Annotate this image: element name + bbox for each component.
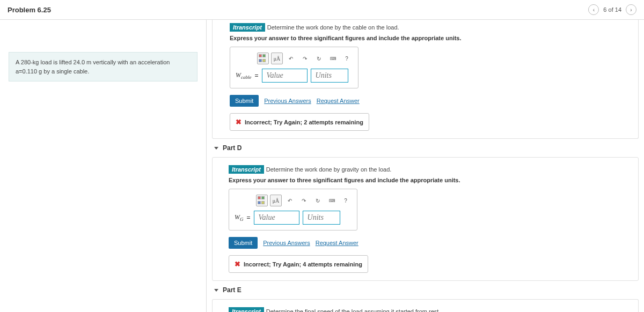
- units-symbol-button[interactable]: μÅ: [270, 195, 282, 206]
- right-column: Itranscript Determine the work done by t…: [207, 20, 644, 312]
- nav-group: ‹ 6 of 14 ›: [588, 4, 636, 15]
- part-d-variable: WG: [235, 213, 244, 222]
- part-d-instruction: Express your answer to three significant…: [229, 177, 638, 183]
- part-c-block: Itranscript Determine the work done by t…: [212, 20, 639, 139]
- transcript-badge[interactable]: Itranscript: [229, 307, 264, 312]
- part-e-question: Determine the final speed of the load as…: [266, 308, 441, 312]
- incorrect-icon: ✖: [236, 118, 241, 126]
- part-c-instruction: Express your answer to three significant…: [230, 35, 638, 41]
- chevron-down-icon: [214, 147, 218, 150]
- part-e-header[interactable]: Part E: [214, 286, 639, 294]
- part-d-feedback: ✖ Incorrect; Try Again; 4 attempts remai…: [229, 255, 368, 273]
- part-d-header[interactable]: Part D: [214, 144, 639, 152]
- part-c-request-answer-link[interactable]: Request Answer: [317, 98, 360, 104]
- help-icon[interactable]: ?: [341, 53, 353, 64]
- part-c-question: Determine the work done by the cable on …: [267, 24, 399, 31]
- part-d-feedback-text: Incorrect; Try Again; 4 attempts remaini…: [244, 261, 362, 268]
- templates-icon[interactable]: [257, 53, 269, 64]
- keyboard-icon[interactable]: ⌨: [327, 53, 339, 64]
- prev-problem-button[interactable]: ‹: [588, 4, 599, 15]
- part-d-question: Determine the work done by gravity on th…: [266, 166, 392, 173]
- part-d-title: Part D: [223, 144, 241, 152]
- part-c-submit-button[interactable]: Submit: [230, 95, 259, 107]
- problem-title: Problem 6.25: [8, 6, 51, 14]
- part-d-block: Itranscript Determine the work done by g…: [212, 157, 639, 281]
- part-c-previous-answers-link[interactable]: Previous Answers: [264, 98, 311, 104]
- part-c-answer-box: μÅ ↶ ↷ ↻ ⌨ ? Wcable =: [230, 47, 358, 88]
- part-d-toolbar: μÅ ↶ ↷ ↻ ⌨ ?: [235, 195, 352, 206]
- part-d-request-answer-link[interactable]: Request Answer: [316, 240, 358, 246]
- undo-icon[interactable]: ↶: [285, 53, 297, 64]
- top-bar: Problem 6.25 ‹ 6 of 14 ›: [0, 0, 644, 20]
- redo-icon[interactable]: ↷: [299, 53, 311, 64]
- redo-icon[interactable]: ↷: [298, 195, 310, 206]
- part-c-variable: Wcable: [236, 71, 252, 80]
- part-c-feedback: ✖ Incorrect; Try Again; 2 attempts remai…: [230, 113, 369, 131]
- problem-statement: A 280-kg load is lifted 24.0 m verticall…: [9, 52, 197, 81]
- part-d-submit-button[interactable]: Submit: [229, 237, 258, 249]
- part-c-value-input[interactable]: [262, 69, 308, 83]
- transcript-badge[interactable]: Itranscript: [229, 165, 264, 174]
- left-column: A 280-kg load is lifted 24.0 m verticall…: [0, 20, 207, 312]
- units-symbol-button[interactable]: μÅ: [271, 53, 283, 64]
- part-c-units-input[interactable]: [311, 69, 348, 83]
- chevron-down-icon: [214, 289, 218, 292]
- problem-position: 6 of 14: [603, 6, 621, 13]
- help-icon[interactable]: ?: [340, 195, 352, 206]
- part-c-toolbar: μÅ ↶ ↷ ↻ ⌨ ?: [236, 53, 353, 64]
- keyboard-icon[interactable]: ⌨: [326, 195, 338, 206]
- part-c-feedback-text: Incorrect; Try Again; 2 attempts remaini…: [245, 119, 363, 125]
- reset-icon[interactable]: ↻: [313, 53, 325, 64]
- part-d-value-input[interactable]: [254, 211, 299, 225]
- part-d-units-input[interactable]: [303, 211, 340, 225]
- undo-icon[interactable]: ↶: [284, 195, 296, 206]
- equals-sign: =: [255, 72, 259, 79]
- transcript-badge[interactable]: Itranscript: [230, 23, 265, 32]
- part-e-title: Part E: [223, 286, 241, 294]
- part-e-block: Itranscript Determine the final speed of…: [212, 299, 639, 312]
- incorrect-icon: ✖: [235, 260, 240, 268]
- part-d-previous-answers-link[interactable]: Previous Answers: [263, 240, 310, 246]
- next-problem-button[interactable]: ›: [626, 4, 636, 15]
- part-d-answer-box: μÅ ↶ ↷ ↻ ⌨ ? WG =: [229, 189, 357, 231]
- templates-icon[interactable]: [256, 195, 268, 206]
- equals-sign: =: [247, 214, 251, 221]
- reset-icon[interactable]: ↻: [312, 195, 324, 206]
